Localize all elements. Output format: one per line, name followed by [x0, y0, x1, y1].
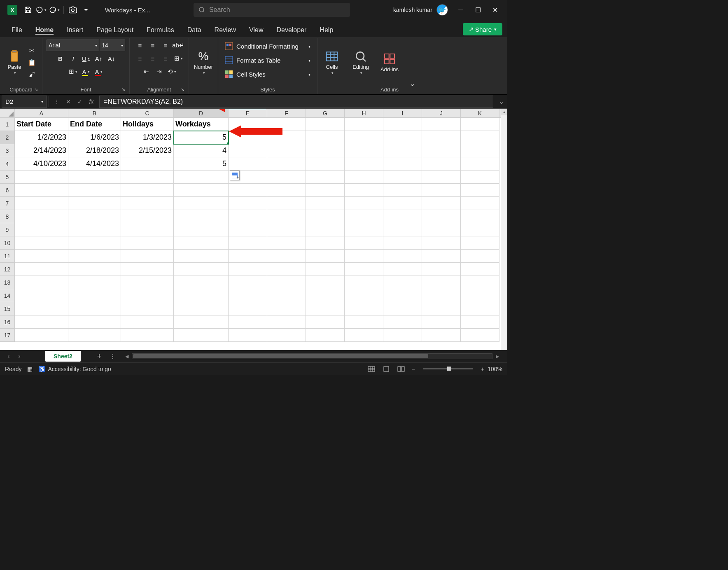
cell-I7[interactable] — [383, 197, 422, 210]
cell-J12[interactable] — [422, 263, 461, 276]
cell-A11[interactable] — [15, 250, 68, 263]
cell-I6[interactable] — [383, 184, 422, 197]
tab-page-layout[interactable]: Page Layout — [90, 23, 140, 37]
cell-A9[interactable] — [15, 223, 68, 236]
cell-C12[interactable] — [121, 263, 174, 276]
scroll-up-button[interactable]: ▲ — [501, 109, 507, 115]
add-sheet-button[interactable]: + — [93, 351, 105, 362]
tab-formulas[interactable]: Formulas — [140, 23, 181, 37]
conditional-formatting-button[interactable]: Conditional Formatting — [222, 40, 313, 53]
cell-F10[interactable] — [267, 236, 306, 250]
row-header-16[interactable]: 16 — [0, 315, 15, 329]
cell-J5[interactable] — [422, 171, 461, 184]
cell-B9[interactable] — [68, 223, 121, 236]
cell-C8[interactable] — [121, 210, 174, 223]
cell-F15[interactable] — [267, 302, 306, 315]
cell-I16[interactable] — [383, 315, 422, 329]
cell-K8[interactable] — [461, 210, 499, 223]
cell-B17[interactable] — [68, 329, 121, 342]
cell-I9[interactable] — [383, 223, 422, 236]
cell-B13[interactable] — [68, 276, 121, 289]
row-header-3[interactable]: 3 — [0, 144, 15, 157]
cell-K12[interactable] — [461, 263, 499, 276]
close-button[interactable]: ✕ — [487, 1, 504, 19]
cell-G2[interactable] — [306, 131, 345, 144]
cell-D6[interactable] — [174, 184, 229, 197]
cell-K2[interactable] — [461, 131, 499, 144]
cell-I2[interactable] — [383, 131, 422, 144]
fill-color-button[interactable]: A — [80, 66, 92, 77]
cell-B16[interactable] — [68, 315, 121, 329]
tab-review[interactable]: Review — [208, 23, 243, 37]
font-size-combo[interactable]: 14 — [100, 40, 125, 51]
cell-I13[interactable] — [383, 276, 422, 289]
clipboard-launcher-icon[interactable]: ↘ — [34, 87, 38, 92]
row-header-2[interactable]: 2 — [0, 131, 15, 144]
qat-customize-button[interactable]: ⏷ — [79, 3, 93, 16]
cell-C17[interactable] — [121, 329, 174, 342]
col-header-b[interactable]: B — [68, 109, 121, 117]
cell-F9[interactable] — [267, 223, 306, 236]
cell-G6[interactable] — [306, 184, 345, 197]
cell-F14[interactable] — [267, 289, 306, 302]
cell-G4[interactable] — [306, 157, 345, 171]
cell-G15[interactable] — [306, 302, 345, 315]
cell-D14[interactable] — [174, 289, 229, 302]
cell-D9[interactable] — [174, 223, 229, 236]
cell-C7[interactable] — [121, 197, 174, 210]
font-name-combo[interactable]: Arial — [47, 40, 99, 51]
cell-A6[interactable] — [15, 184, 68, 197]
formula-more-button[interactable]: ⋮ — [51, 96, 62, 107]
cell-G17[interactable] — [306, 329, 345, 342]
cell-H11[interactable] — [345, 250, 383, 263]
save-button[interactable] — [21, 3, 35, 16]
number-format-button[interactable]: % Number — [193, 46, 214, 79]
cell-K1[interactable] — [461, 118, 499, 131]
cell-K15[interactable] — [461, 302, 499, 315]
cell-K6[interactable] — [461, 184, 499, 197]
cell-J14[interactable] — [422, 289, 461, 302]
tab-insert[interactable]: Insert — [60, 23, 90, 37]
cell-B7[interactable] — [68, 197, 121, 210]
cell-J10[interactable] — [422, 236, 461, 250]
hscroll-left-button[interactable]: ◀ — [124, 354, 130, 359]
redo-button[interactable] — [48, 3, 61, 16]
cell-F4[interactable] — [267, 157, 306, 171]
cell-H5[interactable] — [345, 171, 383, 184]
cell-A3[interactable]: 2/14/2023 — [15, 144, 68, 157]
cell-E6[interactable] — [229, 184, 267, 197]
cell-K13[interactable] — [461, 276, 499, 289]
formula-cancel-button[interactable]: ✕ — [63, 96, 74, 107]
undo-button[interactable] — [35, 3, 48, 16]
cell-H2[interactable] — [345, 131, 383, 144]
user-account[interactable]: kamlesh kumar 🐦 — [393, 4, 448, 16]
zoom-slider[interactable] — [423, 368, 473, 369]
cell-I10[interactable] — [383, 236, 422, 250]
cell-K14[interactable] — [461, 289, 499, 302]
cell-K10[interactable] — [461, 236, 499, 250]
italic-button[interactable]: I — [67, 53, 79, 64]
cell-B14[interactable] — [68, 289, 121, 302]
cell-I11[interactable] — [383, 250, 422, 263]
row-header-17[interactable]: 17 — [0, 329, 15, 342]
cell-H15[interactable] — [345, 302, 383, 315]
cell-K17[interactable] — [461, 329, 499, 342]
insert-function-button[interactable]: fx — [86, 96, 97, 107]
cell-K5[interactable] — [461, 171, 499, 184]
cell-J2[interactable] — [422, 131, 461, 144]
cell-H14[interactable] — [345, 289, 383, 302]
autofill-options-button[interactable] — [230, 171, 240, 180]
cell-E10[interactable] — [229, 236, 267, 250]
cell-B10[interactable] — [68, 236, 121, 250]
cell-F8[interactable] — [267, 210, 306, 223]
col-header-k[interactable]: K — [461, 109, 499, 117]
cell-H12[interactable] — [345, 263, 383, 276]
cell-C10[interactable] — [121, 236, 174, 250]
share-button[interactable]: Share — [463, 23, 502, 35]
cell-A2[interactable]: 1/2/2023 — [15, 131, 68, 144]
cell-J6[interactable] — [422, 184, 461, 197]
cell-F17[interactable] — [267, 329, 306, 342]
align-center-button[interactable]: ≡ — [147, 53, 159, 64]
cell-E4[interactable] — [229, 157, 267, 171]
cell-D15[interactable] — [174, 302, 229, 315]
